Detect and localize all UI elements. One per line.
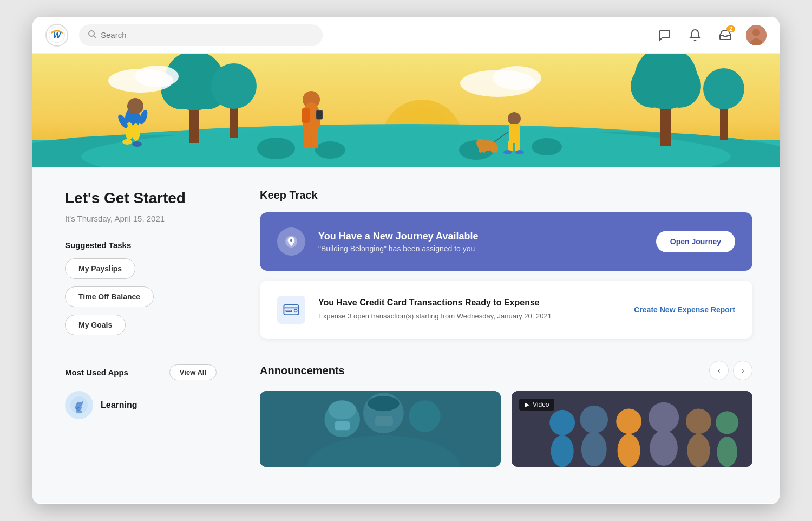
svg-rect-44 bbox=[508, 141, 513, 151]
announcements-next-button[interactable]: › bbox=[733, 361, 752, 380]
task-goals-button[interactable]: My Goals bbox=[65, 315, 126, 335]
search-bar[interactable] bbox=[79, 24, 323, 46]
svg-point-52 bbox=[490, 144, 495, 153]
hero-banner bbox=[32, 54, 780, 167]
workday-logo: W bbox=[45, 24, 68, 47]
learning-app-item[interactable]: Learning bbox=[65, 391, 217, 419]
announcement-card-1[interactable] bbox=[260, 391, 501, 467]
svg-line-2 bbox=[94, 36, 96, 38]
svg-point-89 bbox=[650, 430, 678, 466]
announcements-header: Announcements ‹ › bbox=[260, 361, 752, 380]
most-used-apps-label: Most Used Apps bbox=[65, 368, 128, 377]
svg-point-80 bbox=[549, 410, 575, 435]
create-expense-button[interactable]: Create New Expense Report bbox=[634, 305, 735, 314]
svg-rect-57 bbox=[304, 129, 311, 148]
svg-point-46 bbox=[503, 150, 512, 154]
search-input[interactable] bbox=[101, 30, 314, 40]
expense-subtitle: Expense 3 open transaction(s) starting f… bbox=[318, 311, 621, 322]
most-used-header: Most Used Apps View All bbox=[65, 364, 217, 380]
svg-point-23 bbox=[211, 63, 257, 109]
svg-rect-45 bbox=[515, 141, 520, 151]
inbox-icon-button[interactable]: 2 bbox=[716, 25, 735, 45]
learning-app-name: Learning bbox=[101, 400, 137, 410]
right-panel: Keep Track You Have a New Journey Availa… bbox=[238, 167, 780, 503]
svg-rect-60 bbox=[316, 110, 323, 119]
svg-point-14 bbox=[257, 138, 295, 159]
journey-location-icon bbox=[277, 227, 305, 256]
video-label: Video bbox=[533, 401, 549, 408]
svg-text:W: W bbox=[53, 30, 62, 40]
svg-point-73 bbox=[409, 400, 441, 432]
left-panel: Let's Get Started It's Thursday, April 1… bbox=[32, 167, 238, 503]
svg-point-31 bbox=[135, 66, 179, 87]
avatar[interactable] bbox=[746, 25, 767, 45]
svg-point-90 bbox=[687, 434, 710, 467]
svg-rect-68 bbox=[286, 310, 292, 312]
svg-rect-78 bbox=[375, 416, 393, 426]
svg-point-88 bbox=[618, 434, 640, 467]
svg-point-84 bbox=[686, 409, 711, 434]
svg-point-81 bbox=[580, 406, 608, 434]
svg-point-39 bbox=[132, 141, 142, 147]
svg-point-91 bbox=[717, 437, 737, 467]
greeting-title: Let's Get Started bbox=[65, 189, 217, 207]
svg-rect-43 bbox=[509, 124, 520, 143]
chat-icon-button[interactable] bbox=[655, 25, 675, 45]
announcement-card-2[interactable]: ▶ Video bbox=[512, 391, 752, 467]
app-frame: W bbox=[32, 17, 780, 504]
view-all-button[interactable]: View All bbox=[169, 364, 217, 380]
suggested-tasks-label: Suggested Tasks bbox=[65, 240, 217, 250]
svg-point-15 bbox=[315, 141, 345, 159]
svg-point-69 bbox=[294, 309, 297, 312]
expense-title: You Have Credit Card Transactions Ready … bbox=[318, 298, 621, 308]
journey-title: You Have a New Journey Available bbox=[318, 231, 643, 242]
announcements-cards: ▶ Video bbox=[260, 391, 752, 467]
logo-area[interactable]: W bbox=[45, 24, 68, 47]
journey-text: You Have a New Journey Available "Buildi… bbox=[318, 231, 643, 253]
header: W bbox=[32, 17, 780, 54]
svg-point-87 bbox=[581, 432, 607, 466]
header-right: 2 bbox=[655, 25, 767, 45]
svg-point-82 bbox=[616, 409, 641, 434]
journey-card: You Have a New Journey Available "Buildi… bbox=[260, 212, 752, 271]
svg-point-1 bbox=[89, 31, 94, 36]
search-icon bbox=[88, 30, 96, 41]
svg-point-85 bbox=[716, 411, 738, 434]
video-badge: ▶ Video bbox=[519, 399, 554, 411]
svg-point-4 bbox=[752, 29, 760, 36]
bell-icon-button[interactable] bbox=[685, 25, 705, 45]
credit-card-icon bbox=[277, 296, 305, 324]
inbox-badge: 2 bbox=[726, 25, 735, 32]
announcements-nav: ‹ › bbox=[709, 361, 752, 380]
svg-point-47 bbox=[515, 150, 524, 154]
svg-point-76 bbox=[368, 396, 400, 411]
svg-point-38 bbox=[122, 139, 132, 145]
svg-point-83 bbox=[649, 402, 679, 433]
svg-point-33 bbox=[493, 66, 541, 90]
journey-subtitle: "Building Belonging" has been assigned t… bbox=[318, 244, 643, 253]
svg-rect-59 bbox=[302, 108, 310, 123]
task-payslips-button[interactable]: My Payslips bbox=[65, 258, 135, 279]
svg-point-75 bbox=[328, 400, 356, 419]
greeting-date: It's Thursday, April 15, 2021 bbox=[65, 214, 217, 223]
tasks-list: My Payslips Time Off Balance My Goals bbox=[65, 258, 217, 343]
svg-point-42 bbox=[508, 112, 521, 125]
announcements-title: Announcements bbox=[260, 364, 345, 377]
svg-rect-58 bbox=[312, 129, 318, 148]
keep-track-title: Keep Track bbox=[260, 189, 752, 201]
open-journey-button[interactable]: Open Journey bbox=[656, 231, 735, 252]
content-area: Let's Get Started It's Thursday, April 1… bbox=[32, 167, 780, 503]
expense-text: You Have Credit Card Transactions Ready … bbox=[318, 298, 621, 322]
svg-point-54 bbox=[479, 144, 483, 153]
svg-point-17 bbox=[532, 138, 562, 155]
svg-point-27 bbox=[658, 64, 701, 108]
svg-point-35 bbox=[127, 98, 143, 114]
announcements-prev-button[interactable]: ‹ bbox=[709, 361, 729, 380]
svg-point-86 bbox=[551, 435, 574, 467]
task-timeoff-button[interactable]: Time Off Balance bbox=[65, 286, 154, 307]
svg-rect-77 bbox=[335, 421, 350, 430]
svg-point-29 bbox=[703, 68, 744, 109]
svg-point-65 bbox=[290, 239, 292, 242]
svg-point-37 bbox=[132, 123, 140, 141]
expense-card: You Have Credit Card Transactions Ready … bbox=[260, 281, 752, 339]
